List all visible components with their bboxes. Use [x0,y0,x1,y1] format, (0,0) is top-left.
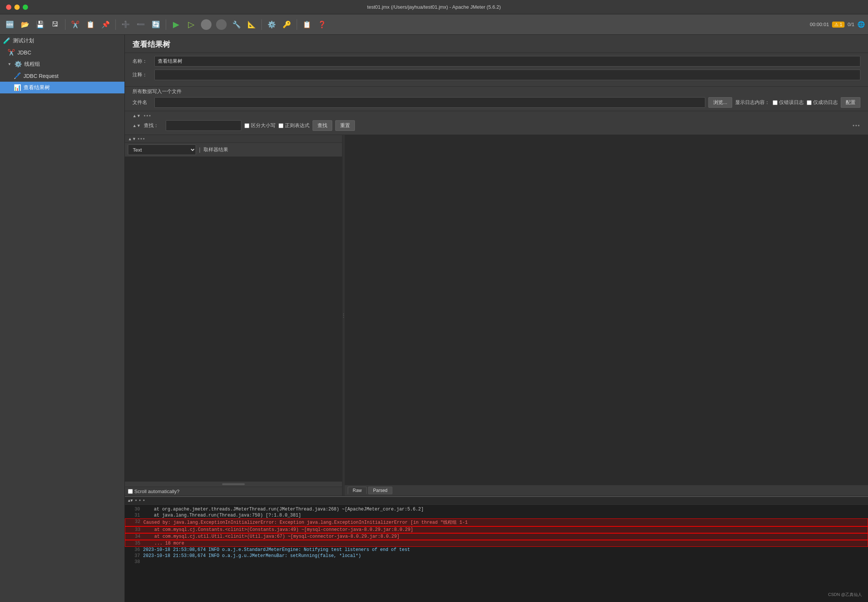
log-text: at com.mysql.cj.util.Util.<clinit>(Util.… [143,534,400,539]
shutdown-button[interactable] [216,19,227,30]
search-nav-arrows[interactable]: ▲▼ [132,123,141,128]
functions-button[interactable]: 🔑 [280,18,294,31]
file-section-title: 所有数据写入一个文件 [132,88,860,95]
close-button[interactable] [6,5,11,10]
scroll-auto-label[interactable]: Scroll automatically? [128,489,179,494]
reset-button[interactable]: 重置 [335,120,355,131]
success-log-checkbox-label[interactable]: 仅成功日志 [807,99,838,106]
run-no-pause-button[interactable]: ▷ [184,18,198,31]
expand-arrow: ▼ [8,62,11,66]
expand-button[interactable]: ➕ [119,18,132,31]
horizontal-scrollbar[interactable] [222,483,245,485]
window-controls [6,5,28,10]
page-header: 查看结果树 [125,35,868,53]
search-input[interactable] [166,120,241,131]
toolbar-right: 00:00:01 ⚠ 1 0/1 🌐 [810,21,865,28]
window-title: test01.jmx (/Users/jayhua/test01.jmx) - … [367,4,501,10]
log-text: Caused by: java.lang.ExceptionInInitiali… [143,519,468,526]
separator-5 [297,19,297,30]
log-nav-arrows[interactable]: ▲▼ [128,498,133,503]
log-text: ... 18 more [143,541,184,546]
sampler-result-tab[interactable]: 取样器结果 [204,146,228,153]
comment-row: 注释： [132,70,860,80]
configure-button[interactable]: 🔧 [230,18,243,31]
grid-button[interactable]: ⚙️ [265,18,278,31]
maximize-button[interactable] [23,5,28,10]
error-log-checkbox-label[interactable]: 仅错误日志 [773,99,804,106]
save-button[interactable]: 💾 [33,18,47,31]
separator-1 [65,19,65,30]
log-num: 33 [128,527,140,532]
toggle-button[interactable]: 🔄 [149,18,163,31]
log-text: 2023-10-18 21:53:08,674 INFO o.a.j.g.u.J… [143,553,361,559]
run-button[interactable]: ▶ [169,18,183,31]
regex-checkbox[interactable] [278,123,283,128]
result-tabs: Raw Parsed [345,485,868,496]
browse-button[interactable]: 浏览... [708,97,732,108]
name-label: 名称： [132,58,151,65]
sidebar-item-view-results-tree[interactable]: 📊 查看结果树 [0,82,124,93]
success-log-checkbox[interactable] [807,100,812,105]
main-toolbar: 🆕 📂 💾 🖫 ✂️ 📋 📌 ➕ ➖ 🔄 ▶ ▷ 🔧 📐 ⚙️ 🔑 📋 ❓ 00… [0,14,868,35]
page-title: 查看结果树 [132,40,170,48]
comment-input[interactable] [154,70,860,80]
cut-button[interactable]: ✂️ [68,18,82,31]
case-sensitive-label[interactable]: 区分大小写 [244,122,275,129]
text-dropdown-row: Text | 取样器结果 [125,143,342,157]
comment-label: 注释： [132,71,151,78]
new-button[interactable]: 🆕 [3,18,17,31]
stop-button[interactable] [201,19,212,30]
left-panel-content[interactable] [125,157,342,481]
three-dots-1[interactable]: ••• [144,113,152,119]
text-dropdown[interactable]: Text [128,144,196,155]
log-toolbar: ▲▼ ••• [125,497,868,505]
three-dots-3[interactable]: ••• [138,136,146,142]
minimize-button[interactable] [14,5,20,10]
name-input[interactable] [154,56,860,67]
watermark: CSDN @乙真仙人 [828,592,862,597]
scroll-auto-checkbox[interactable] [128,489,133,494]
bottom-log: ▲▼ ••• 30 at org.apache.jmeter.threads.J… [125,496,868,602]
three-dots-log[interactable]: ••• [134,498,146,504]
open-button[interactable]: 📂 [18,18,32,31]
parsed-tab[interactable]: Parsed [368,487,392,494]
help-button[interactable]: ❓ [315,18,329,31]
raw-tab[interactable]: Raw [348,487,367,494]
sidebar-item-thread-group[interactable]: ▼ ⚙️ 线程组 [0,58,124,70]
save-as-button[interactable]: 🖫 [48,18,62,31]
left-panel: ▲▼ ••• Text | 取样器结果 [125,135,342,496]
log-content: 30 at org.apache.jmeter.threads.JMeterTh… [125,505,868,566]
find-button[interactable]: 查找 [313,120,332,131]
case-sensitive-checkbox[interactable] [244,123,249,128]
sidebar-item-test-plan[interactable]: 🧪 测试计划 [0,35,124,47]
log-viewer-button[interactable]: 📋 [300,18,314,31]
sidebar-item-jdbc-request[interactable]: 🖊️ JDBC Request [0,70,124,82]
log-line-error: 34 at com.mysql.cj.util.Util.<clinit>(Ut… [125,533,868,540]
divider-handle[interactable]: | [199,147,201,153]
search-section: ▲▼ ••• ▲▼ 查找： 区分大小写 正则表达式 查找 重置 ••• [125,111,868,135]
panel-up-arrow[interactable]: ▲▼ [132,113,141,118]
left-nav-arrows[interactable]: ▲▼ [128,137,136,141]
template-button[interactable]: 📐 [245,18,258,31]
log-line: 37 2023-10-18 21:53:08,674 INFO o.a.j.g.… [125,553,868,559]
file-name-input[interactable] [154,97,705,108]
copy-button[interactable]: 📋 [84,18,97,31]
config-button[interactable]: 配置 [841,97,860,108]
log-line-error: 32 Caused by: java.lang.ExceptionInIniti… [125,518,868,526]
separator-2 [115,19,116,30]
collapse-button[interactable]: ➖ [134,18,148,31]
log-line: 30 at org.apache.jmeter.threads.JMeterTh… [125,506,868,512]
name-section: 名称： 注释： [125,53,868,87]
remote-icon: 🌐 [857,21,865,28]
main-layout: 🧪 测试计划 ✂️ JDBC ▼ ⚙️ 线程组 🖊️ JDBC Request … [0,35,868,602]
three-dots-2[interactable]: ••• [852,123,860,129]
left-panel-toolbar: ▲▼ ••• [125,135,342,143]
paste-button[interactable]: 📌 [99,18,112,31]
regex-label[interactable]: 正则表达式 [278,122,310,129]
right-panel: Raw Parsed [345,135,868,496]
file-section: 所有数据写入一个文件 文件名 浏览... 显示日志内容： 仅错误日志 仅成功日志… [125,87,868,111]
sidebar-item-label: JDBC [17,50,31,56]
log-num: 32 [128,519,140,526]
sidebar-item-jdbc[interactable]: ✂️ JDBC [0,47,124,58]
error-log-checkbox[interactable] [773,100,778,105]
